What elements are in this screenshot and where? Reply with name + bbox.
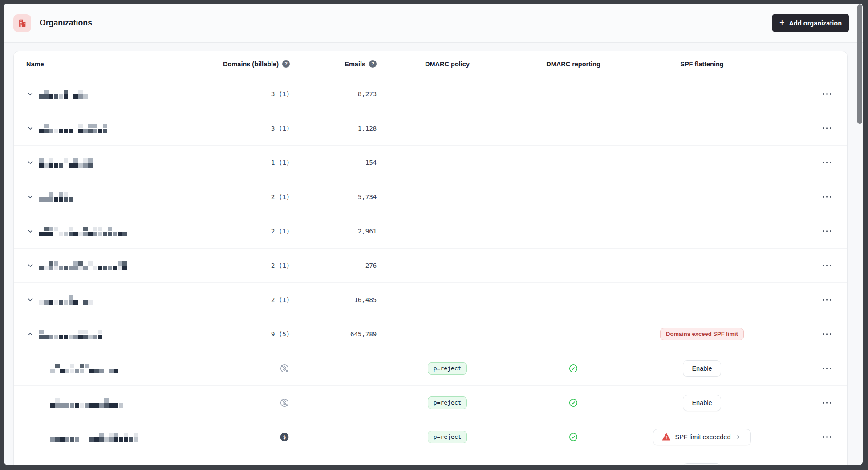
actions-cell [775,364,835,373]
domain-name [26,398,123,408]
domain-row[interactable]: p=rejectEnable [14,351,847,386]
emails-count-value: 8,273 [358,90,377,98]
redacted-name [39,90,88,99]
column-header-dmarc-policy: DMARC policy [377,61,518,68]
organization-row[interactable]: 2 (1)276 [14,249,847,283]
dmarc-reporting-cell [518,364,629,373]
domains-count-value: 2 (1) [271,228,290,235]
actions-cell [775,295,835,304]
plus-icon: + [779,18,785,27]
ellipsis-icon [822,332,832,336]
dmarc-reporting-cell [518,432,629,442]
domains-count: 9 (5) [213,331,290,338]
svg-text:$: $ [283,434,286,440]
actions-cell [775,261,835,270]
organization-name [26,330,102,339]
row-menu-button[interactable] [819,295,835,304]
spf-limit-exceeded-button[interactable]: SPF limit exceeded [653,429,751,445]
ellipsis-icon [822,195,832,199]
help-icon[interactable]: ? [282,60,290,68]
ellipsis-icon [822,401,832,405]
add-organization-label: Add organization [789,20,842,27]
organization-row[interactable]: 3 (1)8,273 [14,77,847,111]
row-menu-button[interactable] [819,364,835,373]
organization-row[interactable]: 2 (1)16,485 [14,283,847,317]
dollar-icon: $ [279,432,290,442]
chevron-down-icon[interactable] [26,262,34,270]
name-cell [26,330,213,339]
actions-cell [775,158,835,167]
scrollbar[interactable] [857,4,862,124]
spf-exceeded-badge: Domains exceed SPF limit [660,328,744,340]
row-menu-button[interactable] [819,261,835,270]
row-menu-button[interactable] [819,158,835,167]
organization-row[interactable]: 2 (1)2,961 [14,214,847,249]
emails-count: 276 [290,262,377,269]
chevron-down-icon[interactable] [26,193,34,201]
domains-count: 3 (1) [213,90,290,98]
chevron-up-icon[interactable] [26,330,34,338]
enable-spf-button[interactable]: Enable [683,463,721,466]
organization-name [26,192,73,202]
organization-row[interactable]: 9 (5)645,789Domains exceed SPF limit [14,317,847,351]
emails-count-value: 2,961 [358,228,377,235]
dmarc-policy-cell: p=reject [377,362,518,375]
domains-count-value: 2 (1) [271,262,290,269]
emails-count: 1,128 [290,125,377,132]
row-menu-button[interactable] [819,433,835,441]
chevron-down-icon[interactable] [26,159,34,167]
redacted-name [39,330,102,339]
ellipsis-icon [822,367,832,370]
organization-row[interactable]: 3 (1)1,128 [14,111,847,146]
emails-count: 5,734 [290,193,377,200]
enable-spf-button[interactable]: Enable [683,395,721,411]
app-window: Organizations + Add organization Name Do… [4,4,863,465]
spf-flattening-cell: Enable [629,395,775,411]
actions-cell [775,398,835,407]
actions-cell [775,124,835,133]
name-cell [26,295,213,305]
chevron-down-icon[interactable] [26,124,34,132]
domains-count: 1 (1) [213,159,290,166]
row-menu-button[interactable] [819,192,835,201]
table-body: 3 (1)8,2733 (1)1,1281 (1)1542 (1)5,7342 … [14,77,847,465]
name-cell [26,364,213,373]
chevron-down-icon[interactable] [26,90,34,98]
domains-count-value: 2 (1) [271,193,290,200]
row-menu-button[interactable] [819,124,835,133]
domain-row[interactable]: p=rejectEnable [14,386,847,420]
domains-count-value: 3 (1) [271,125,290,132]
enable-spf-button[interactable]: Enable [683,360,721,377]
add-organization-button[interactable]: + Add organization [772,14,849,32]
row-menu-button[interactable] [819,90,835,98]
actions-cell [775,227,835,236]
domains-count: 2 (1) [213,296,290,303]
row-menu-button[interactable] [819,398,835,407]
name-cell [26,192,213,202]
redacted-name [39,192,73,202]
chevron-down-icon[interactable] [26,227,34,235]
domains-count-value: 9 (5) [271,331,290,338]
help-icon[interactable]: ? [369,60,377,68]
column-header-dmarc-reporting: DMARC reporting [518,61,629,68]
domain-row[interactable]: $p=rejectSPF limit exceeded [14,420,847,454]
emails-count: 8,273 [290,90,377,98]
redacted-name [50,433,138,442]
dmarc-reporting-cell [518,398,629,408]
actions-cell [775,90,835,98]
page-title: Organizations [40,18,92,28]
name-cell [26,90,213,99]
domain-row[interactable]: p=rejectEnable [14,454,847,465]
redacted-name [39,295,93,305]
emails-count-value: 5,734 [358,193,377,200]
organization-row[interactable]: 2 (1)5,734 [14,180,847,214]
name-cell [26,433,213,442]
row-menu-button[interactable] [819,330,835,339]
organization-row[interactable]: 1 (1)154 [14,146,847,180]
emails-count-value: 645,789 [350,331,377,338]
emails-count-value: 16,485 [354,296,377,303]
spf-limit-exceeded-label: SPF limit exceeded [675,433,731,441]
ellipsis-icon [822,92,832,96]
row-menu-button[interactable] [819,227,835,236]
chevron-down-icon[interactable] [26,296,34,304]
